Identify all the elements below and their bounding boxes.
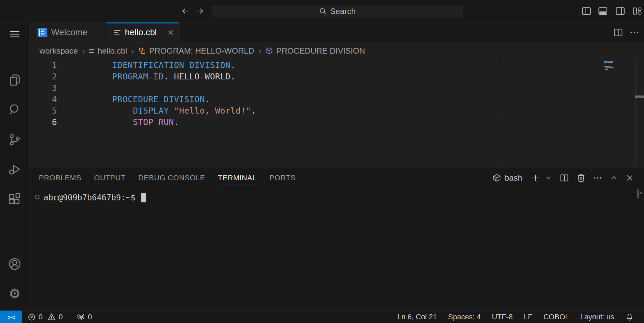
terminal-scrollbar-thumb[interactable] bbox=[637, 189, 639, 198]
code-line-4[interactable]: PROCEDURE DIVISION. bbox=[76, 94, 210, 105]
editor-scrollbar[interactable] bbox=[635, 60, 644, 168]
sidebar-item-source-control[interactable] bbox=[0, 128, 29, 151]
tab-output[interactable]: OUTPUT bbox=[94, 168, 126, 188]
sidebar-item-run-and-debug[interactable] bbox=[0, 158, 29, 182]
back-arrow-button[interactable] bbox=[180, 5, 191, 17]
search-label: Search bbox=[330, 7, 355, 16]
status-bar: >< 0 0 0 Ln 6, Col 21 Space bbox=[0, 310, 644, 323]
tab-hello-cbl-label: hello.cbl bbox=[125, 27, 157, 38]
cursor-position-status[interactable]: Ln 6, Col 21 bbox=[397, 311, 437, 323]
breadcrumb-procedure-division[interactable]: PROCEDURE DIVISION bbox=[265, 46, 365, 56]
toggle-primary-sidebar-icon[interactable] bbox=[581, 6, 591, 16]
command-center-search[interactable]: Search bbox=[212, 5, 463, 17]
account-icon bbox=[8, 257, 21, 271]
settings-button[interactable]: ⚙ bbox=[0, 282, 29, 305]
eol-status[interactable]: LF bbox=[524, 311, 533, 323]
line-number: 2 bbox=[29, 71, 57, 82]
tab-debug-console[interactable]: DEBUG CONSOLE bbox=[138, 168, 205, 188]
remote-indicator[interactable]: >< bbox=[0, 311, 22, 323]
tab-problems[interactable]: PROBLEMS bbox=[39, 168, 81, 188]
activity-bar: ⚙ bbox=[0, 22, 29, 310]
close-panel-icon[interactable] bbox=[625, 174, 634, 182]
tab-terminal[interactable]: TERMINAL bbox=[218, 168, 257, 188]
close-tab-icon[interactable] bbox=[166, 28, 175, 37]
welcome-book-icon bbox=[37, 28, 47, 37]
split-terminal-icon[interactable] bbox=[560, 173, 569, 183]
kill-terminal-trash-icon[interactable] bbox=[576, 173, 586, 183]
code-line-1[interactable]: IDENTIFICATION DIVISION. bbox=[76, 60, 236, 71]
file-lines-icon bbox=[114, 29, 120, 36]
tab-welcome-label: Welcome bbox=[51, 27, 87, 38]
radio-tower-icon bbox=[76, 313, 85, 322]
breadcrumb-file[interactable]: hello.cbl bbox=[89, 46, 127, 56]
problems-status[interactable]: 0 0 bbox=[27, 311, 63, 323]
new-terminal-icon[interactable] bbox=[531, 173, 540, 183]
forward-arrow-button[interactable] bbox=[194, 5, 206, 17]
line-number: 3 bbox=[29, 82, 57, 94]
file-lines-icon bbox=[89, 48, 94, 54]
line-number: 4 bbox=[29, 94, 57, 105]
terminal-profile-item[interactable]: $ bash bbox=[492, 173, 522, 183]
code-line-2[interactable]: PROGRAM-ID. HELLO-WORLD. bbox=[76, 71, 236, 82]
sidebar-item-extensions[interactable] bbox=[0, 188, 29, 211]
search-magnifier-icon bbox=[8, 103, 21, 116]
extensions-icon bbox=[8, 193, 21, 206]
encoding-status[interactable]: UTF-8 bbox=[492, 311, 512, 323]
breadcrumb-program-symbol[interactable]: PROGRAM: HELLO-WORLD bbox=[138, 46, 254, 56]
search-icon bbox=[319, 7, 327, 15]
terminal-prompt: abc@909b7b6467b9:~$ bbox=[44, 192, 146, 203]
command-decoration-circle bbox=[35, 195, 39, 199]
breadcrumb-workspace[interactable]: workspace bbox=[39, 46, 78, 56]
toggle-secondary-sidebar-icon[interactable] bbox=[615, 6, 625, 16]
title-bar: Search bbox=[0, 0, 644, 22]
ports-count: 0 bbox=[88, 313, 92, 321]
terminal-cursor bbox=[141, 193, 146, 202]
maximize-panel-chevron-up-icon[interactable] bbox=[610, 174, 618, 182]
files-icon bbox=[8, 74, 21, 86]
more-actions-icon[interactable] bbox=[629, 27, 639, 38]
vscode-window: Search bbox=[0, 0, 644, 323]
breadcrumb: workspace › hello.cbl › PROGRAM: HELLO-W… bbox=[29, 42, 644, 60]
terminal-actions: $ bash bbox=[492, 168, 634, 188]
panel-tab-bar: PROBLEMS OUTPUT DEBUG CONSOLE TERMINAL P… bbox=[39, 168, 296, 188]
ports-status[interactable]: 0 bbox=[76, 311, 92, 323]
warning-triangle-icon bbox=[47, 313, 56, 321]
chevron-down-icon[interactable] bbox=[545, 174, 552, 182]
toggle-panel-icon[interactable] bbox=[598, 6, 608, 16]
terminal-overview-marker bbox=[639, 191, 643, 194]
split-editor-icon[interactable] bbox=[613, 27, 623, 38]
breadcrumb-separator: › bbox=[258, 46, 261, 56]
run-debug-icon bbox=[8, 164, 21, 176]
editor-tab-bar: Welcome hello.cbl bbox=[29, 22, 644, 42]
panel-more-actions-icon[interactable] bbox=[593, 173, 602, 183]
breadcrumb-separator: › bbox=[131, 46, 135, 56]
notifications-bell-icon[interactable] bbox=[625, 311, 634, 323]
terminal-output[interactable]: abc@909b7b6467b9:~$ bbox=[29, 192, 598, 203]
symbol-method-icon bbox=[265, 47, 273, 55]
code-line-6[interactable]: STOP RUN. bbox=[76, 117, 179, 128]
sidebar-item-search[interactable] bbox=[0, 98, 29, 121]
keyboard-layout-status[interactable]: Layout: us bbox=[580, 311, 614, 323]
remote-icon: >< bbox=[7, 313, 15, 321]
indentation-status[interactable]: Spaces: 4 bbox=[448, 311, 481, 323]
error-circle-icon bbox=[27, 313, 36, 321]
ruler-col-72 bbox=[454, 60, 454, 168]
menu-button[interactable] bbox=[0, 22, 29, 46]
terminal-profile-label: bash bbox=[505, 173, 522, 183]
code-line-5[interactable]: DISPLAY "Hello, World!". bbox=[76, 105, 256, 117]
back-arrow-icon bbox=[181, 6, 190, 16]
tab-ports[interactable]: PORTS bbox=[269, 168, 296, 188]
line-number: 5 bbox=[29, 105, 57, 117]
svg-text:$: $ bbox=[494, 178, 496, 181]
symbol-class-icon bbox=[138, 47, 146, 55]
hamburger-menu-icon bbox=[10, 30, 20, 38]
source-control-branch-icon bbox=[8, 133, 21, 146]
sidebar-item-explorer[interactable] bbox=[0, 68, 29, 92]
account-button[interactable] bbox=[0, 252, 29, 276]
warning-count: 0 bbox=[59, 313, 63, 321]
overview-cursor-marker bbox=[635, 95, 644, 98]
customize-layout-icon[interactable] bbox=[632, 6, 642, 16]
tab-welcome[interactable]: Welcome bbox=[29, 22, 106, 42]
tab-hello-cbl[interactable]: hello.cbl bbox=[106, 22, 179, 42]
language-mode-status[interactable]: COBOL bbox=[543, 311, 569, 323]
